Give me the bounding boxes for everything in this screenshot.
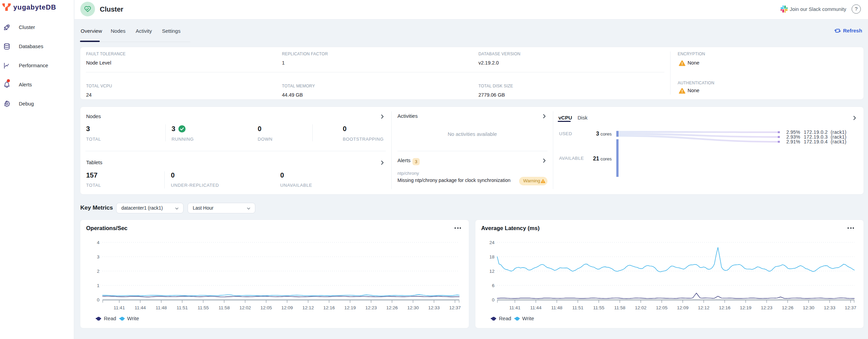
svg-text:6: 6 bbox=[492, 283, 494, 288]
svg-text:12:37: 12:37 bbox=[449, 305, 461, 310]
svg-text:2: 2 bbox=[97, 269, 99, 274]
svg-text:12:12: 12:12 bbox=[302, 305, 314, 310]
svg-text:12:23: 12:23 bbox=[365, 305, 377, 310]
svg-text:11:55: 11:55 bbox=[593, 305, 605, 310]
svg-text:11:55: 11:55 bbox=[198, 305, 209, 310]
svg-text:12:05: 12:05 bbox=[656, 305, 668, 310]
svg-text:12:02: 12:02 bbox=[635, 305, 647, 310]
svg-text:12:19: 12:19 bbox=[740, 305, 751, 310]
svg-text:12: 12 bbox=[489, 269, 494, 274]
svg-text:11:58: 11:58 bbox=[219, 305, 230, 310]
svg-text:11:58: 11:58 bbox=[614, 305, 625, 310]
svg-text:4: 4 bbox=[97, 240, 99, 245]
svg-text:12:16: 12:16 bbox=[719, 305, 731, 310]
svg-text:12:02: 12:02 bbox=[240, 305, 251, 310]
svg-text:11:44: 11:44 bbox=[135, 305, 146, 310]
svg-text:12:26: 12:26 bbox=[782, 305, 794, 310]
svg-text:11:41: 11:41 bbox=[509, 305, 520, 310]
svg-text:12:09: 12:09 bbox=[281, 305, 293, 310]
svg-text:11:44: 11:44 bbox=[530, 305, 542, 310]
svg-text:12:30: 12:30 bbox=[803, 305, 814, 310]
svg-text:12:30: 12:30 bbox=[407, 305, 419, 310]
svg-text:12:16: 12:16 bbox=[323, 305, 335, 310]
svg-text:12:19: 12:19 bbox=[344, 305, 356, 310]
svg-text:11:51: 11:51 bbox=[572, 305, 583, 310]
svg-text:12:26: 12:26 bbox=[386, 305, 398, 310]
svg-text:12:33: 12:33 bbox=[428, 305, 440, 310]
svg-text:1: 1 bbox=[97, 283, 99, 288]
svg-text:0: 0 bbox=[492, 297, 494, 302]
svg-text:12:33: 12:33 bbox=[824, 305, 836, 310]
svg-text:11:48: 11:48 bbox=[551, 305, 562, 310]
svg-text:12:12: 12:12 bbox=[698, 305, 709, 310]
svg-text:18: 18 bbox=[489, 254, 494, 259]
svg-text:12:09: 12:09 bbox=[677, 305, 689, 310]
svg-text:12:05: 12:05 bbox=[260, 305, 272, 310]
svg-text:24: 24 bbox=[489, 240, 495, 245]
svg-text:12:23: 12:23 bbox=[761, 305, 773, 310]
svg-text:11:51: 11:51 bbox=[177, 305, 188, 310]
svg-text:11:48: 11:48 bbox=[155, 305, 167, 310]
svg-text:0: 0 bbox=[97, 297, 99, 302]
svg-text:11:41: 11:41 bbox=[114, 305, 125, 310]
svg-text:3: 3 bbox=[97, 254, 99, 259]
svg-text:12:37: 12:37 bbox=[845, 305, 856, 310]
